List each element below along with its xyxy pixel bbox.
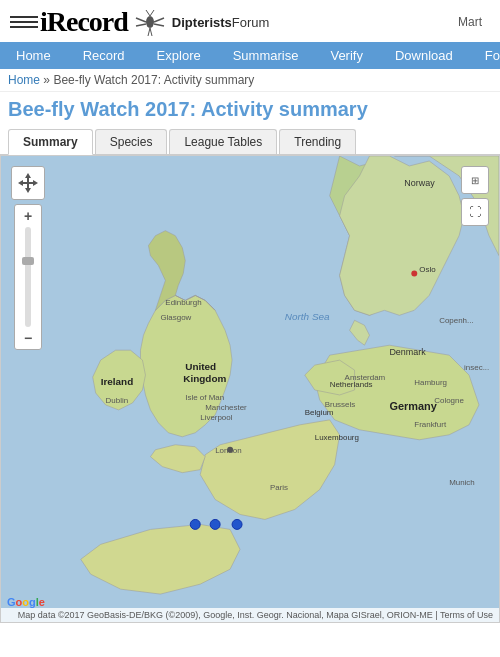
zoom-thumb[interactable] — [22, 257, 34, 265]
svg-text:Glasgow: Glasgow — [160, 313, 191, 322]
breadcrumb-home[interactable]: Home — [8, 73, 40, 87]
fullscreen-button[interactable]: ⛶ — [461, 198, 489, 226]
nav-verify[interactable]: Verify — [314, 42, 379, 69]
svg-text:Belgium: Belgium — [305, 408, 334, 417]
svg-text:Edinburgh: Edinburgh — [165, 298, 201, 307]
irecord-logo: iRecord — [40, 6, 128, 38]
svg-text:Frankfurt: Frankfurt — [414, 420, 447, 429]
nav-forum[interactable]: Forum — [469, 42, 500, 69]
zoom-track — [25, 227, 31, 327]
svg-text:North Sea: North Sea — [285, 311, 330, 322]
tabs: Summary Species League Tables Trending — [0, 125, 500, 155]
svg-text:Amsterdam: Amsterdam — [345, 373, 386, 382]
map-controls-tr: ⊞ ⛶ — [461, 166, 489, 226]
svg-text:Isle of Man: Isle of Man — [185, 393, 224, 402]
map-svg: Norway United Kingdom Ireland North Sea … — [1, 156, 499, 622]
svg-text:Cologne: Cologne — [434, 396, 464, 405]
map-container[interactable]: Norway United Kingdom Ireland North Sea … — [0, 155, 500, 623]
breadcrumb-current: Bee-fly Watch 2017: Activity summary — [53, 73, 254, 87]
svg-point-38 — [190, 519, 200, 529]
svg-text:Liverpool: Liverpool — [200, 413, 233, 422]
header: iRecord DipteristsForum Mart — [0, 0, 500, 42]
tab-species[interactable]: Species — [95, 129, 168, 154]
svg-text:insec...: insec... — [464, 363, 489, 372]
satellite-toggle-button[interactable]: ⊞ — [461, 166, 489, 194]
zoom-slider: + − — [14, 204, 42, 350]
breadcrumb: Home » Bee-fly Watch 2017: Activity summ… — [0, 69, 500, 92]
svg-marker-45 — [25, 188, 31, 193]
svg-text:Germany: Germany — [389, 400, 437, 412]
svg-text:Munich: Munich — [449, 478, 475, 487]
svg-line-7 — [148, 28, 150, 36]
svg-text:Luxembourg: Luxembourg — [315, 433, 359, 442]
svg-line-4 — [136, 24, 146, 26]
svg-point-41 — [227, 447, 233, 453]
zoom-out-button[interactable]: − — [17, 329, 39, 347]
nav-record[interactable]: Record — [67, 42, 141, 69]
svg-marker-46 — [18, 180, 23, 186]
breadcrumb-separator: » — [43, 73, 53, 87]
svg-text:Hamburg: Hamburg — [414, 378, 447, 387]
svg-text:Norway: Norway — [404, 178, 435, 188]
nav-home[interactable]: Home — [0, 42, 67, 69]
svg-line-2 — [150, 10, 154, 16]
map-controls: + − — [11, 166, 45, 350]
svg-marker-47 — [33, 180, 38, 186]
svg-text:Kingdom: Kingdom — [183, 373, 226, 384]
map-attribution: Map data ©2017 GeoBasis-DE/BKG (©2009), … — [1, 608, 499, 622]
zoom-in-button[interactable]: + — [17, 207, 39, 225]
dipterists-logo: DipteristsForum — [172, 15, 270, 30]
logo-area: iRecord DipteristsForum — [10, 6, 269, 38]
svg-line-1 — [146, 10, 150, 16]
svg-marker-44 — [25, 173, 31, 178]
svg-line-3 — [136, 18, 146, 22]
nav-download[interactable]: Download — [379, 42, 469, 69]
user-info: Mart — [458, 15, 482, 29]
svg-text:Ireland: Ireland — [101, 376, 134, 387]
page-title: Bee-fly Watch 2017: Activity summary — [0, 92, 500, 125]
svg-point-40 — [232, 519, 242, 529]
svg-point-36 — [411, 271, 417, 277]
svg-text:Copenh...: Copenh... — [439, 316, 474, 325]
svg-line-6 — [154, 24, 164, 26]
svg-text:Denmark: Denmark — [389, 347, 426, 357]
svg-text:Paris: Paris — [270, 483, 288, 492]
tab-trending[interactable]: Trending — [279, 129, 356, 154]
tab-summary[interactable]: Summary — [8, 129, 93, 155]
tab-league-tables[interactable]: League Tables — [169, 129, 277, 154]
svg-line-8 — [150, 28, 152, 36]
pan-control[interactable] — [11, 166, 45, 200]
svg-text:United: United — [185, 361, 216, 372]
mosquito-icon — [132, 6, 168, 38]
attribution-text: Map data ©2017 GeoBasis-DE/BKG (©2009), … — [18, 610, 493, 620]
nav-summarise[interactable]: Summarise — [217, 42, 315, 69]
nav-explore[interactable]: Explore — [141, 42, 217, 69]
svg-point-0 — [146, 16, 154, 28]
navbar: Home Record Explore Summarise Verify Dow… — [0, 42, 500, 69]
google-logo: Google — [7, 596, 45, 608]
svg-text:Dublin: Dublin — [106, 396, 129, 405]
svg-text:Brussels: Brussels — [325, 400, 356, 409]
svg-line-5 — [154, 18, 164, 22]
svg-point-39 — [210, 519, 220, 529]
svg-text:Manchester: Manchester — [205, 403, 247, 412]
svg-text:Oslo: Oslo — [419, 265, 436, 274]
